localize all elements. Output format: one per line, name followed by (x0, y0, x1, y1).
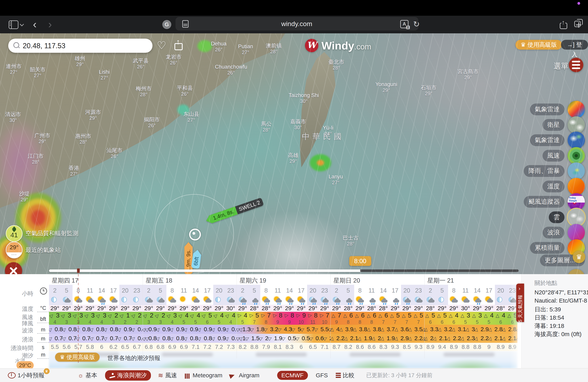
layer-thumb-wind[interactable] (567, 147, 585, 164)
toolbar-item-[interactable]: ☼基本 (78, 371, 97, 380)
hour-cell[interactable]: 2 (331, 285, 342, 296)
hour-cell[interactable]: 8 (354, 285, 366, 296)
layer-thumb-rain[interactable] (567, 162, 585, 180)
gust-value: 11 (307, 319, 319, 325)
layer-thumb-radar[interactable] (567, 101, 585, 118)
layer-item-radar2[interactable]: 氣象雷達 (530, 132, 585, 149)
timeline-track-remaining[interactable] (360, 270, 519, 272)
premium-crown-badge[interactable]: ♛ (573, 251, 585, 263)
cloud-glyph (275, 300, 282, 303)
hour-cell[interactable]: 11 (366, 285, 378, 296)
air-quality-badge[interactable]: 41 (6, 225, 22, 242)
reload-icon[interactable]: ↻ (413, 20, 420, 29)
tide-premium-button[interactable]: ♛ 使用高級版 (55, 353, 100, 362)
map-search-bar[interactable] (8, 39, 152, 53)
map-share-icon[interactable] (174, 40, 182, 49)
layer-thumb-clouds[interactable] (567, 209, 585, 226)
sidebar-toggle-icon[interactable] (9, 20, 19, 29)
hour-cell[interactable]: 2 (49, 285, 61, 296)
search-input[interactable] (22, 39, 145, 53)
layer-thumb-radar2[interactable] (567, 132, 585, 149)
weather-station-badge[interactable]: 29° --- (6, 242, 22, 258)
hour-cell[interactable]: 23 (225, 285, 237, 296)
share-icon[interactable] (560, 20, 567, 28)
hour-cell[interactable]: 5 (436, 285, 448, 296)
hour-cell[interactable]: 5 (249, 285, 260, 296)
layer-item-waves[interactable]: 波浪 (543, 224, 585, 241)
hour-cell[interactable]: 14 (190, 285, 202, 296)
timeline-slider[interactable] (49, 270, 519, 272)
location-marker[interactable] (189, 229, 201, 240)
15-day-forecast-tab[interactable]: › 15 天天氣預報 (516, 284, 524, 322)
premium-button[interactable]: ♛ 使用高級版 (515, 40, 562, 50)
layer-item-hurricane[interactable]: 颶風追蹤器Today 70mph (524, 193, 585, 210)
hour-cell[interactable]: 20 (401, 285, 413, 296)
toolbar-item-meteogram[interactable]: Meteogram (185, 372, 222, 379)
hour-cell[interactable]: 8 (167, 285, 178, 296)
hour-cell[interactable]: 11 (272, 285, 284, 296)
layer-item-rainacc[interactable]: 累積雨量 (530, 239, 585, 256)
hour-cell[interactable]: 20 (119, 285, 131, 296)
toolbar-item-[interactable]: 海浪與潮汐 (105, 370, 151, 381)
hour-cell[interactable]: 23 (413, 285, 424, 296)
layer-thumb-waves[interactable] (567, 224, 585, 241)
layer-thumb-rainacc[interactable] (567, 239, 585, 256)
layer-thumb-plane[interactable]: ✈ (567, 269, 585, 274)
translate-icon[interactable]: A (400, 20, 408, 28)
hour-cell[interactable]: 14 (96, 285, 108, 296)
login-button[interactable]: →] 登入 (561, 40, 588, 50)
favorite-heart-icon[interactable]: ♡ (157, 39, 166, 52)
hour-cell[interactable]: 2 (237, 285, 249, 296)
hour-cell[interactable]: 11 (178, 285, 190, 296)
hour-cell[interactable]: 20 (213, 285, 225, 296)
hamburger-menu-button[interactable] (569, 58, 583, 72)
hour-cell[interactable]: 17 (108, 285, 119, 296)
hour-cell[interactable]: 2 (143, 285, 155, 296)
back-button[interactable]: ‹ (33, 19, 37, 30)
chevron-down-icon[interactable] (21, 23, 23, 26)
hour-cell[interactable]: 17 (483, 285, 495, 296)
toolbar-item-[interactable]: 比較 (336, 371, 355, 380)
layer-item-wind[interactable]: 風速 (543, 147, 585, 164)
hour-cell[interactable]: 17 (389, 285, 401, 296)
hour-cell[interactable]: 5 (342, 285, 354, 296)
hour-cell[interactable]: 20 (495, 285, 507, 296)
hour-cell[interactable]: 17 (202, 285, 213, 296)
toolbar-item-ecmwf[interactable]: ECMWF (277, 371, 308, 380)
layer-item-temp[interactable]: 溫度 (543, 178, 585, 195)
url-text[interactable]: windy.com (176, 20, 418, 28)
layer-item-rain[interactable]: 降雨、雷暴 (524, 162, 585, 180)
hour-cell[interactable]: 20 (307, 285, 319, 296)
hour-cell[interactable]: 23 (131, 285, 143, 296)
timeline-time-pill[interactable]: 8:00 (349, 256, 371, 266)
layer-item-more[interactable]: 更多圖層...... (540, 254, 585, 266)
toolbar-item-1[interactable]: 1小時預報♛ (8, 371, 44, 380)
toolbar-item-gfs[interactable]: GFS (316, 372, 328, 379)
hour-cell[interactable]: 11 (84, 285, 96, 296)
layer-thumb-satellite[interactable] (567, 116, 585, 134)
hour-cell[interactable]: 14 (378, 285, 389, 296)
timeline-track-elapsed[interactable] (49, 270, 360, 272)
layer-item-clouds[interactable]: 雲 (549, 209, 585, 226)
close-button[interactable] (5, 262, 22, 274)
timeline-now-handle[interactable] (77, 269, 80, 273)
layer-thumb-temp[interactable] (567, 178, 585, 195)
layer-item-satellite[interactable]: 衛星 (543, 116, 585, 134)
toolbar-item-airgram[interactable]: Airgram (230, 372, 259, 379)
hour-cell[interactable]: 2 (424, 285, 436, 296)
layer-thumb-hurricane[interactable]: Today 70mph (567, 193, 585, 210)
tabs-overview-icon[interactable] (574, 21, 581, 27)
layer-item-plane[interactable]: ✈ (567, 269, 585, 274)
hour-cell[interactable]: 8 (260, 285, 272, 296)
hour-cell[interactable]: 5 (155, 285, 167, 296)
hour-cell[interactable]: 5 (61, 285, 73, 296)
hour-cell[interactable]: 8 (448, 285, 460, 296)
layer-item-radar[interactable]: 氣象雷達 (530, 101, 585, 118)
hour-cell[interactable]: 17 (295, 285, 307, 296)
toolbar-item-[interactable]: ≋風速 (158, 371, 177, 380)
hour-cell[interactable]: 14 (284, 285, 295, 296)
hour-cell[interactable]: 11 (460, 285, 471, 296)
hour-cell[interactable]: 14 (471, 285, 483, 296)
hour-cell[interactable]: 23 (319, 285, 331, 296)
map-canvas[interactable]: 連州市27°雄州29°韶关市27°Lishi27°武平县26°龙岩市26°Deh… (0, 33, 588, 274)
